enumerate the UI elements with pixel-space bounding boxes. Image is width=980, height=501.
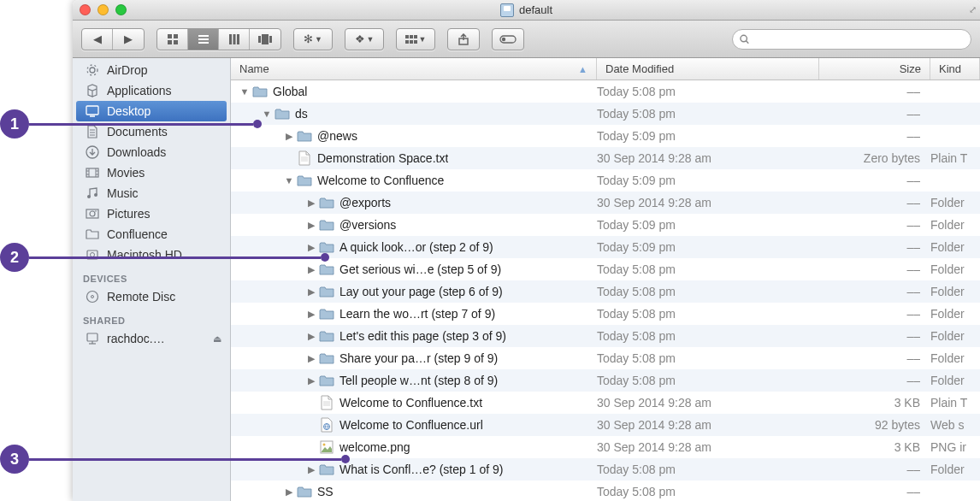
arrange-icon[interactable]: ▼ [397,29,434,50]
view-mode-group [156,28,281,50]
disclosure-closed-icon[interactable]: ▶ [284,486,294,498]
forward-button[interactable]: ▶ [113,29,144,50]
table-row[interactable]: ▶ Let's edit this page (step 3 of 9) Tod… [231,325,980,347]
sidebar-item-rachdoc-[interactable]: rachdoc.…⏏ [73,328,230,349]
table-row[interactable]: ▶ SS Today 5:08 pm –– [231,480,980,501]
file-name: A quick look…or (step 2 of 9) [339,240,493,254]
column-size-header[interactable]: Size [819,58,930,80]
file-name: Welcome to Confluence.txt [339,396,482,410]
disclosure-open-icon[interactable]: ▼ [262,109,272,119]
sidebar-item-downloads[interactable]: Downloads [73,142,230,162]
sidebar-item-applications[interactable]: Applications [73,80,230,101]
icon-view-button[interactable] [157,29,188,50]
search-field[interactable] [732,29,971,50]
file-kind: Plain T [930,151,980,165]
file-name: @exports [339,196,391,209]
callout-endpoint [253,120,262,128]
table-row[interactable]: ▶ @news Today 5:09 pm –– [231,125,980,147]
file-kind: Folder [930,463,980,476]
file-kind: Folder [930,285,980,298]
sidebar-item-remote-disc[interactable]: Remote Disc [73,286,230,307]
table-row[interactable]: ▼ Global Today 5:08 pm –– [231,80,980,103]
table-row[interactable]: ▶ Tell people w…nt (step 8 of 9) Today 5… [231,369,980,392]
file-date: Today 5:08 pm [597,107,819,121]
file-date: Today 5:08 pm [597,85,819,98]
disclosure-closed-icon[interactable]: ▶ [306,220,316,231]
sidebar-item-label: AirDrop [107,63,147,77]
file-size: –– [819,329,930,343]
disclosure-open-icon[interactable]: ▼ [239,86,250,97]
svg-point-21 [502,37,505,40]
table-row[interactable]: ▼ Welcome to Confluence Today 5:09 pm –– [231,169,980,192]
svg-rect-32 [86,168,98,177]
file-date: 30 Sep 2014 9:28 am [597,418,819,432]
svg-rect-1 [174,34,178,38]
search-input[interactable] [754,33,964,45]
sidebar-item-label: Music [107,186,139,200]
share-icon[interactable] [448,29,479,50]
sidebar-section-shared: SHARED [73,307,230,328]
arrange-menu[interactable]: ▼ [396,28,435,50]
table-row[interactable]: ▼ ds Today 5:08 pm –– [231,103,980,125]
folder-icon [319,328,334,344]
eject-icon[interactable]: ⏏ [213,333,221,345]
table-row[interactable]: ▶ Lay out your page (step 6 of 9) Today … [231,280,980,303]
file-size: –– [819,218,930,232]
table-row[interactable]: ▶ Get serious wi…e (step 5 of 9) Today 5… [231,258,980,280]
tags-button[interactable] [492,28,524,50]
table-row[interactable]: Demonstration Space.txt 30 Sep 2014 9:28… [231,147,980,169]
disclosure-closed-icon[interactable]: ▶ [284,131,294,142]
sidebar-item-label: Movies [107,166,145,180]
column-name-header[interactable]: Name▲ [231,58,597,80]
music-icon [85,186,100,201]
back-button[interactable]: ◀ [82,29,113,50]
sidebar-item-pictures[interactable]: Pictures [73,203,230,224]
table-row[interactable]: ▶ @exports 30 Sep 2014 9:28 am –– Folder [231,192,980,214]
list-view-button[interactable] [188,29,219,50]
resize-handle-icon[interactable]: ⤢ [969,4,977,15]
file-size: –– [819,285,930,298]
table-row[interactable]: ▶ @versions Today 5:09 pm –– Folder [231,214,980,236]
gear-icon[interactable]: ✻ ▼ [294,29,332,50]
column-kind-header[interactable]: Kind [930,58,980,80]
file-date: Today 5:08 pm [597,285,819,298]
zoom-icon[interactable] [115,4,127,15]
callout-badge: 1 [0,109,29,139]
column-date-header[interactable]: Date Modified [597,58,819,80]
column-view-button[interactable] [219,29,250,50]
disclosure-closed-icon[interactable]: ▶ [306,375,316,386]
tags-icon[interactable] [493,29,523,50]
disclosure-closed-icon[interactable]: ▶ [306,353,316,364]
disclosure-closed-icon[interactable]: ▶ [306,197,316,209]
disclosure-open-icon[interactable]: ▼ [284,175,294,186]
titlebar[interactable]: default ⤢ [73,0,980,21]
table-row[interactable]: Welcome to Confluence.txt 30 Sep 2014 9:… [231,392,980,414]
dropbox-icon[interactable]: ❖ ▼ [345,29,383,50]
table-row[interactable]: ▶ Share your pa…r (step 9 of 9) Today 5:… [231,347,980,369]
dropbox-menu[interactable]: ❖ ▼ [345,28,384,50]
disclosure-closed-icon[interactable]: ▶ [306,309,316,320]
file-kind: Plain T [930,396,980,410]
file-name: SS [317,485,334,498]
coverflow-view-button[interactable] [250,29,280,50]
file-list[interactable]: Name▲ Date Modified Size Kind ▼ Global T… [231,58,980,501]
table-row[interactable]: ▶ Learn the wo…rt (step 7 of 9) Today 5:… [231,303,980,325]
share-button[interactable] [447,28,480,50]
close-icon[interactable] [80,4,91,15]
sidebar-item-confluence[interactable]: Confluence [73,224,230,245]
file-size: –– [819,351,930,365]
disclosure-closed-icon[interactable]: ▶ [306,286,316,298]
sidebar-item-movies[interactable]: Movies [73,162,230,183]
minimize-icon[interactable] [97,4,109,15]
svg-rect-4 [198,35,209,37]
file-size: –– [819,485,930,498]
action-menu[interactable]: ✻ ▼ [293,28,333,50]
disclosure-closed-icon[interactable]: ▶ [306,331,316,342]
file-name: @news [317,129,357,143]
sidebar-item-music[interactable]: Music [73,183,230,203]
svg-point-25 [87,65,97,75]
table-row[interactable]: ▶ A quick look…or (step 2 of 9) Today 5:… [231,236,980,258]
sidebar-item-airdrop[interactable]: AirDrop [73,60,230,80]
table-row[interactable]: Welcome to Confluence.url 30 Sep 2014 9:… [231,414,980,436]
file-name: What is Confl…e? (step 1 of 9) [339,463,503,476]
